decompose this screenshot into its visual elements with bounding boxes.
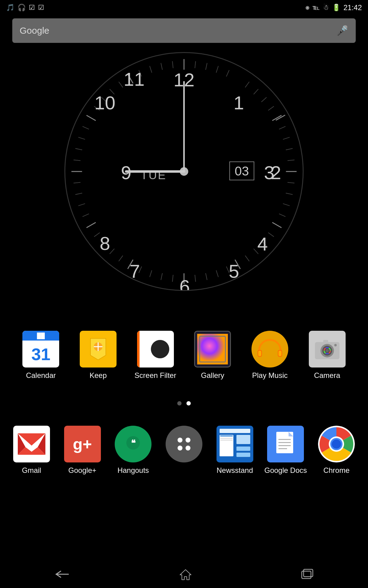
svg-line-26 (283, 204, 290, 206)
gplus-text: g+ (73, 435, 92, 453)
launcher-label: · (183, 466, 185, 475)
dock-hangouts[interactable]: ❝ Hangouts (110, 426, 156, 475)
dock-gmail[interactable]: Gmail (9, 426, 55, 475)
svg-rect-127 (304, 569, 313, 577)
svg-line-25 (286, 193, 293, 195)
app-keep[interactable]: Keep (75, 331, 121, 380)
dock-docs[interactable]: Google Docs (263, 426, 309, 475)
keep-icon (80, 331, 117, 368)
svg-line-16 (245, 82, 249, 87)
svg-line-13 (206, 63, 207, 70)
svg-line-37 (161, 273, 163, 280)
svg-rect-126 (302, 571, 311, 579)
svg-rect-111 (236, 453, 250, 457)
app-camera[interactable]: Camera (304, 331, 350, 380)
svg-line-40 (119, 256, 123, 261)
page-dot-2[interactable] (186, 401, 191, 405)
docs-icon (267, 426, 304, 462)
svg-text:03: 03 (235, 164, 249, 178)
home-button[interactable] (179, 568, 192, 580)
svg-line-27 (279, 214, 286, 217)
music-notification-icon: 🎵 (6, 4, 14, 12)
dock-gplus[interactable]: g+ Google+ (59, 426, 105, 475)
svg-line-24 (288, 182, 295, 183)
hangouts-icon: ❝ (115, 426, 151, 462)
dot-3 (178, 446, 182, 450)
svg-line-21 (283, 137, 290, 139)
docs-label: Google Docs (264, 466, 307, 475)
newsstand-icon (217, 426, 253, 462)
svg-line-10 (86, 115, 96, 120)
gmail-label: Gmail (22, 466, 41, 475)
svg-line-59 (172, 61, 173, 68)
search-label: Google (20, 25, 49, 36)
app-screen-filter[interactable]: Screen Filter (132, 331, 178, 380)
status-time: 21:42 (343, 3, 362, 12)
dot-2 (186, 438, 190, 443)
calendar-date: 31 (22, 341, 59, 368)
svg-rect-107 (220, 429, 250, 433)
svg-rect-112 (220, 435, 233, 436)
back-button[interactable] (55, 570, 70, 579)
recents-button[interactable] (301, 569, 313, 580)
svg-text:❝: ❝ (131, 438, 136, 448)
page-dot-1[interactable] (177, 401, 182, 405)
calendar-icon: ██ 31 (22, 331, 59, 368)
status-icons-right: ‭⎈ ℡ ☃ 🔋 21:42 (305, 3, 362, 12)
dock-newsstand[interactable]: Newsstand (212, 426, 258, 475)
task-icon: ☑ (29, 4, 35, 12)
clock-widget[interactable]: 12 1 2 03 3 4 5 6 7 8 9 TUE 10 11 (64, 52, 304, 291)
play-music-icon (251, 331, 288, 368)
svg-line-45 (79, 204, 85, 206)
search-bar[interactable]: Google 🎤 (12, 18, 356, 43)
svg-line-48 (74, 160, 81, 160)
page-dots (177, 401, 191, 405)
svg-line-18 (261, 97, 266, 102)
svg-line-23 (288, 160, 295, 160)
svg-rect-82 (197, 334, 228, 364)
svg-line-43 (94, 232, 100, 236)
svg-line-14 (216, 66, 218, 73)
svg-line-50 (79, 137, 85, 139)
dock-launcher[interactable]: · (161, 426, 207, 475)
screen-filter-icon (137, 331, 174, 368)
headphone-icon: 🎧 (17, 4, 26, 12)
mic-icon[interactable]: 🎤 (336, 25, 348, 36)
calendar-label: Calendar (26, 371, 56, 380)
svg-text:8: 8 (100, 233, 110, 254)
app-play-music[interactable]: Play Music (247, 331, 293, 380)
newsstand-label: Newsstand (217, 466, 253, 475)
dock-chrome[interactable]: Chrome (313, 426, 359, 475)
svg-line-46 (75, 193, 82, 195)
app-calendar[interactable]: ██ 31 Calendar (18, 331, 64, 380)
clock-face: 12 1 2 03 3 4 5 6 7 8 9 TUE 10 11 (64, 52, 304, 291)
play-music-label: Play Music (252, 371, 288, 380)
dot-1 (178, 438, 182, 443)
nav-bar (0, 560, 368, 588)
gmail-icon (13, 426, 50, 462)
svg-text:3: 3 (264, 162, 274, 183)
svg-text:10: 10 (94, 92, 115, 113)
signal-icon: ☃ (323, 4, 329, 12)
svg-point-124 (332, 439, 341, 449)
svg-line-44 (82, 214, 89, 217)
svg-line-41 (110, 249, 114, 254)
hangouts-label: Hangouts (117, 466, 149, 475)
dot-4 (186, 446, 190, 450)
svg-line-34 (206, 273, 207, 280)
orange-stripe (137, 331, 140, 368)
app-gallery[interactable]: Gallery (190, 331, 236, 380)
svg-rect-110 (236, 447, 250, 451)
svg-rect-109 (236, 435, 250, 444)
svg-line-31 (245, 256, 249, 261)
svg-text:4: 4 (257, 233, 268, 254)
launcher-icon (166, 426, 202, 462)
svg-line-20 (279, 126, 286, 129)
svg-marker-105 (129, 450, 136, 454)
camera-label: Camera (314, 371, 340, 380)
svg-rect-86 (258, 351, 261, 356)
chrome-icon (318, 426, 355, 462)
svg-line-57 (150, 66, 152, 73)
svg-text:7: 7 (129, 261, 140, 282)
chrome-label: Chrome (323, 466, 349, 475)
